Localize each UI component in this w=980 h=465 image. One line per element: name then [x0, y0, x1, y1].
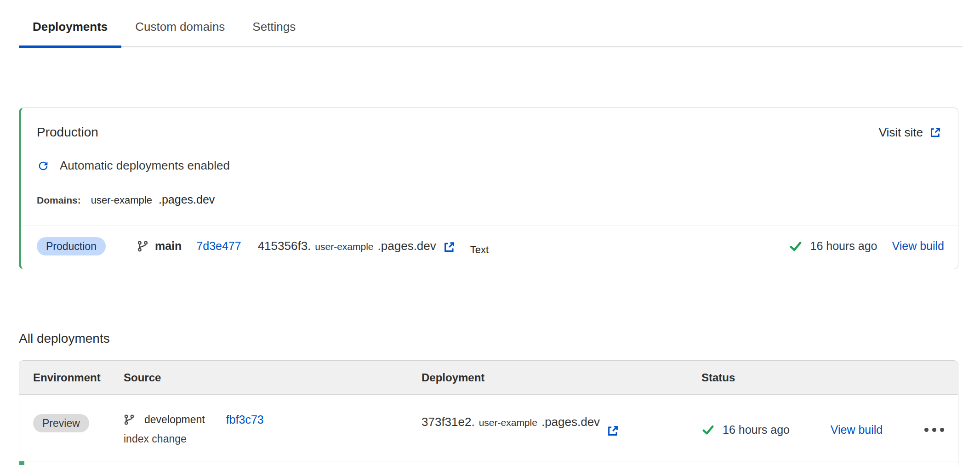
domain-suffix: .pages.dev [159, 193, 215, 206]
status-time: 16 hours ago [810, 239, 877, 253]
deployment-url-name: user-example [315, 241, 373, 252]
external-link-icon[interactable] [606, 425, 619, 437]
table-header-row: Environment Source Deployment Status [19, 361, 958, 395]
all-deployments-title: All deployments [19, 331, 980, 346]
commit-link[interactable]: 7d3e477 [196, 239, 241, 253]
production-card-title: Production [37, 125, 98, 140]
external-link-icon [929, 126, 941, 139]
domain-name: user-example [91, 194, 152, 206]
production-card: Production Visit site Automatic deployme… [19, 108, 958, 269]
refresh-icon [37, 159, 50, 172]
auto-deployments-row: Automatic deployments enabled [21, 140, 958, 173]
domains-row: Domains: user-example .pages.dev [21, 173, 958, 206]
commit-link[interactable]: fbf3c73 [226, 413, 264, 426]
check-icon [789, 240, 803, 253]
tab-custom-domains[interactable]: Custom domains [121, 14, 239, 46]
table-row: Preview development fbf3c73 index change… [19, 395, 958, 461]
branch-name: main [155, 239, 182, 253]
column-header-source: Source [124, 371, 422, 384]
deployments-table: Environment Source Deployment Status Pre… [19, 360, 958, 465]
environment-badge-production: Production [37, 237, 106, 255]
git-branch-icon [137, 240, 149, 252]
auto-deployments-text: Automatic deployments enabled [60, 159, 230, 173]
deployment-url: 415356f3. user-example .pages.dev [258, 239, 456, 253]
deployment-url-name: user-example [479, 417, 537, 428]
external-link-icon[interactable] [443, 241, 456, 254]
deployment-url-suffix: .pages.dev [378, 239, 436, 253]
ellipsis-icon[interactable] [923, 425, 945, 435]
view-build-link[interactable]: View build [892, 239, 944, 253]
status-time: 16 hours ago [723, 423, 790, 437]
production-card-header: Production Visit site [21, 108, 958, 140]
deployment-status: 16 hours ago [789, 239, 877, 253]
git-branch-icon [124, 414, 135, 425]
visit-site-link[interactable]: Visit site [879, 125, 941, 140]
view-build-link[interactable]: View build [831, 423, 883, 437]
column-header-environment: Environment [33, 371, 124, 384]
environment-badge-preview: Preview [33, 414, 89, 432]
deployment-url-prefix: 373f31e2. [422, 415, 475, 429]
tab-deployments[interactable]: Deployments [19, 14, 121, 46]
source-cell: development fbf3c73 index change [124, 413, 422, 445]
production-deployment-row: Production main 7d3e477 415356f3. user-e… [21, 226, 958, 266]
check-icon [701, 424, 715, 436]
domains-label: Domains: [37, 195, 81, 206]
tab-settings[interactable]: Settings [239, 14, 309, 46]
status-cell: 16 hours ago View build [701, 413, 945, 445]
column-header-status: Status [701, 371, 945, 384]
tab-bar: Deployments Custom domains Settings [19, 0, 963, 47]
deployment-cell: 373f31e2. user-example .pages.dev [422, 413, 701, 445]
branch-name: development [144, 414, 205, 426]
commit-message: index change [124, 433, 422, 445]
deployment-url-prefix: 415356f3. [258, 239, 311, 253]
next-row-accent [19, 461, 958, 465]
deployment-url-suffix: .pages.dev [541, 415, 600, 429]
column-header-deployment: Deployment [422, 371, 701, 384]
visit-site-label: Visit site [879, 125, 923, 140]
environment-cell: Preview [33, 413, 124, 445]
branch-group: main [137, 239, 182, 253]
note-text: Text [470, 244, 489, 256]
